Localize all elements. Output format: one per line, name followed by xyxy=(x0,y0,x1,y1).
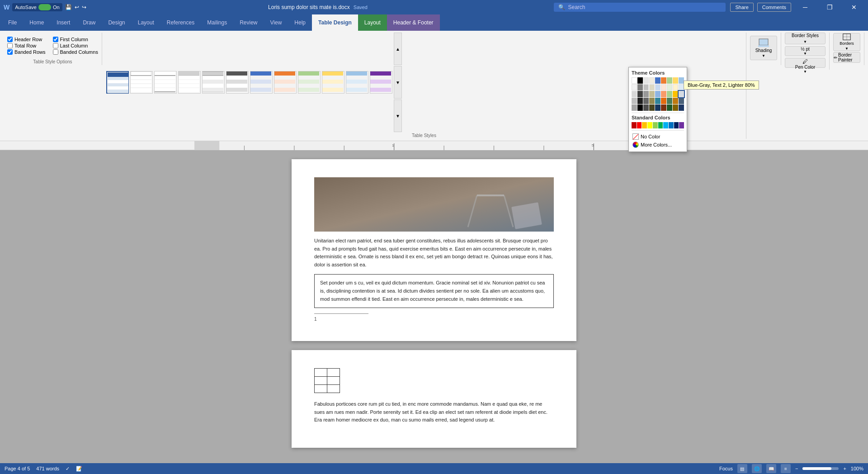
swatch[interactable] xyxy=(655,104,660,111)
spelling-check-icon[interactable]: ✓ xyxy=(66,466,70,472)
swatch-std-9[interactable] xyxy=(674,122,679,128)
table-style-9[interactable] xyxy=(298,71,321,94)
table-style-12[interactable] xyxy=(370,71,392,94)
swatch[interactable] xyxy=(643,91,649,97)
web-layout-view-btn[interactable]: 🌐 xyxy=(752,464,762,473)
tab-draw[interactable]: Draw xyxy=(76,14,102,31)
swatch[interactable] xyxy=(667,104,672,111)
table-style-2[interactable] xyxy=(130,71,153,94)
swatch[interactable] xyxy=(667,77,672,84)
word-count[interactable]: 471 words xyxy=(36,466,59,471)
tab-design[interactable]: Design xyxy=(102,14,131,31)
tab-view[interactable]: View xyxy=(264,14,288,31)
table-style-7[interactable] xyxy=(250,71,273,94)
shading-button[interactable]: Shading ▼ xyxy=(750,36,777,60)
swatch[interactable] xyxy=(637,84,643,90)
swatch[interactable] xyxy=(673,98,678,104)
border-width-dropdown[interactable]: ▼ xyxy=(803,52,807,56)
table-style-3[interactable] xyxy=(154,71,177,94)
swatch[interactable] xyxy=(673,91,678,97)
no-color-option[interactable]: No Color xyxy=(632,133,684,141)
swatch[interactable] xyxy=(649,84,655,90)
more-colors-option[interactable]: More Colors... xyxy=(632,141,684,149)
banded-columns-checkbox-label[interactable]: Banded Columns xyxy=(53,49,98,55)
share-button[interactable]: Share xyxy=(730,3,753,12)
tab-layout2[interactable]: Layout xyxy=(358,14,387,31)
swatch[interactable] xyxy=(649,98,655,104)
swatch-std-1[interactable] xyxy=(632,122,637,128)
banded-columns-checkbox[interactable] xyxy=(53,49,58,55)
page-info[interactable]: Page 4 of 5 xyxy=(5,466,30,471)
tab-table-design[interactable]: Table Design xyxy=(312,14,358,31)
border-width-selector[interactable]: ½ pt ▼ xyxy=(785,46,826,56)
save-icon[interactable]: 💾 xyxy=(65,4,72,10)
shading-dropdown-icon[interactable]: ▼ xyxy=(762,54,765,58)
zoom-slider[interactable] xyxy=(802,467,839,470)
border-painter-button[interactable]: ✏ Border Painter xyxy=(833,52,860,63)
search-box[interactable]: 🔍 Search xyxy=(554,3,726,12)
swatch-std-5[interactable] xyxy=(653,122,658,128)
tab-home[interactable]: Home xyxy=(23,14,50,31)
swatch-std-4[interactable] xyxy=(647,122,652,128)
swatch[interactable] xyxy=(643,98,649,104)
swatch[interactable] xyxy=(632,98,637,104)
swatch-std-8[interactable] xyxy=(669,122,674,128)
swatch[interactable] xyxy=(637,98,643,104)
swatch[interactable] xyxy=(643,104,649,111)
read-mode-view-btn[interactable]: 📖 xyxy=(766,464,776,473)
editor-icon[interactable]: 📝 xyxy=(76,466,82,472)
total-row-checkbox[interactable] xyxy=(7,43,13,48)
banded-rows-checkbox-label[interactable]: Banded Rows xyxy=(7,49,46,55)
swatch[interactable] xyxy=(673,104,678,111)
swatch-std-3[interactable] xyxy=(642,122,647,128)
borders-dropdown[interactable]: ▼ xyxy=(845,47,849,51)
borders-button[interactable]: Borders ▼ xyxy=(833,33,860,51)
outline-view-btn[interactable]: ≡ xyxy=(781,464,791,473)
header-row-checkbox[interactable] xyxy=(7,37,13,42)
first-column-checkbox-label[interactable]: First Column xyxy=(53,37,98,42)
swatch-std-10[interactable] xyxy=(679,122,684,128)
swatch[interactable] xyxy=(655,77,660,84)
tab-references[interactable]: References xyxy=(160,14,201,31)
first-column-checkbox[interactable] xyxy=(53,37,58,42)
swatch[interactable] xyxy=(655,98,660,104)
swatch[interactable] xyxy=(667,84,672,90)
table-style-8[interactable] xyxy=(274,71,297,94)
tab-mailings[interactable]: Mailings xyxy=(201,14,233,31)
tab-file[interactable]: File xyxy=(2,14,23,31)
swatch[interactable] xyxy=(661,98,666,104)
swatch[interactable] xyxy=(661,91,666,97)
table-style-5[interactable] xyxy=(202,71,225,94)
swatch[interactable] xyxy=(661,84,666,90)
swatch[interactable] xyxy=(632,77,637,84)
redo-icon[interactable]: ↪ xyxy=(82,4,86,10)
swatch[interactable] xyxy=(667,91,672,97)
tab-insert[interactable]: Insert xyxy=(50,14,76,31)
swatch[interactable] xyxy=(632,84,637,90)
pen-color-button[interactable]: 🖊 Pen Color ▼ xyxy=(785,58,826,68)
swatch[interactable] xyxy=(637,91,643,97)
styles-scroll-down[interactable]: ▼ xyxy=(394,66,402,99)
print-layout-view-btn[interactable]: ▤ xyxy=(737,464,747,473)
swatch[interactable] xyxy=(632,91,637,97)
minimize-button[interactable]: ─ xyxy=(795,0,816,14)
last-column-checkbox-label[interactable]: Last Column xyxy=(53,43,98,48)
swatch-std-2[interactable] xyxy=(637,122,642,128)
swatch[interactable] xyxy=(643,77,649,84)
table-style-6[interactable] xyxy=(226,71,249,94)
swatch[interactable] xyxy=(637,77,643,84)
comments-button[interactable]: Comments xyxy=(757,3,791,12)
swatch[interactable] xyxy=(661,104,666,111)
tab-review[interactable]: Review xyxy=(233,14,264,31)
swatch[interactable] xyxy=(673,84,678,90)
total-row-checkbox-label[interactable]: Total Row xyxy=(7,43,46,48)
border-styles-button[interactable]: Border Styles ▼ xyxy=(785,33,826,44)
swatch[interactable] xyxy=(655,91,660,97)
close-button[interactable]: ✕ xyxy=(844,0,864,14)
banded-rows-checkbox[interactable] xyxy=(7,49,13,55)
table-style-10[interactable] xyxy=(322,71,344,94)
pen-color-dropdown[interactable]: ▼ xyxy=(803,70,807,74)
swatch[interactable] xyxy=(679,98,684,104)
swatch[interactable] xyxy=(655,84,660,90)
swatch[interactable] xyxy=(649,91,655,97)
